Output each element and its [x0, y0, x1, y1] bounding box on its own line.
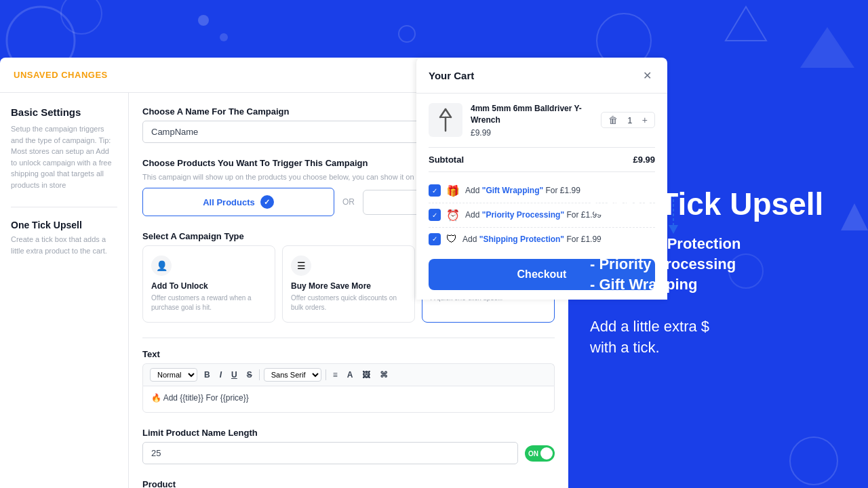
- strikethrough-button[interactable]: S: [244, 369, 255, 381]
- product-section: Product Choose the product you want tick…: [142, 479, 555, 488]
- campaign-card-buy-more[interactable]: ☰ Buy More Save More Offer customers qui…: [282, 245, 415, 323]
- shipping-protection-checkbox[interactable]: ✓: [429, 233, 441, 245]
- buy-more-icon: ☰: [291, 256, 311, 276]
- italic-button[interactable]: I: [217, 369, 224, 381]
- shipping-protection-emoji: 🛡: [446, 233, 457, 245]
- gift-wrapping-checkbox[interactable]: ✓: [429, 184, 441, 197]
- basic-settings-desc: Setup the campaign triggers and the type…: [11, 123, 117, 190]
- editor-content[interactable]: 🔥 Add {{title}} For {{price}}: [142, 386, 555, 413]
- cart-item-image: [429, 103, 462, 137]
- onetick-sidebar-title: One Tick Upsell: [11, 220, 117, 230]
- promo-features: - Shipping Protection - Priority Process…: [590, 235, 848, 296]
- limit-label: Limit Product Name Length: [142, 428, 555, 438]
- editor-placeholder: 🔥 Add {{title}} For {{price}}: [151, 393, 249, 403]
- campaign-card-add-to-unlock[interactable]: 👤 Add To Unlock Offer customers a reward…: [142, 245, 275, 323]
- promo-tagline: Add a little extra $with a tick.: [590, 317, 848, 359]
- wrench-icon: [433, 108, 458, 132]
- or-label-1: OR: [342, 197, 355, 207]
- align-button[interactable]: ≡: [330, 369, 340, 381]
- image-button[interactable]: 🖼: [359, 369, 373, 381]
- promo-feature-3: - Gift Wrapping: [590, 276, 848, 293]
- toolbar-divider-1: [259, 369, 260, 380]
- basic-settings-title: Basic Settings: [11, 106, 117, 118]
- font-select[interactable]: Sans Serif: [264, 368, 321, 382]
- toolbar-divider-2: [326, 369, 326, 380]
- more-button[interactable]: ⌘: [377, 369, 391, 381]
- buy-more-desc: Offer customers quick discounts on bulk …: [291, 293, 406, 312]
- priority-processing-checkbox[interactable]: ✓: [429, 209, 441, 221]
- bold-button[interactable]: B: [201, 369, 213, 381]
- svg-point-1: [61, 0, 102, 34]
- svg-marker-3: [726, 7, 766, 41]
- priority-processing-link: "Priority Processing": [482, 210, 564, 220]
- font-size-button[interactable]: A: [344, 369, 356, 381]
- add-to-unlock-title: Add To Unlock: [151, 281, 267, 291]
- svg-point-10: [220, 33, 228, 41]
- underline-button[interactable]: U: [229, 369, 240, 381]
- all-products-check: ✓: [260, 195, 274, 209]
- limit-section: Limit Product Name Length ON: [142, 428, 555, 464]
- product-label: Product: [142, 479, 555, 488]
- priority-processing-emoji: ⏰: [446, 209, 460, 222]
- svg-point-9: [198, 15, 209, 26]
- section-divider: [142, 338, 555, 338]
- all-products-button[interactable]: All Products ✓: [142, 188, 334, 216]
- toggle-on-label: ON: [528, 449, 538, 457]
- promo-feature-2: - Priority Processing: [590, 256, 848, 273]
- add-to-unlock-icon: 👤: [151, 256, 172, 276]
- promo-feature-1: - Shipping Protection: [590, 235, 848, 253]
- add-to-unlock-desc: Offer customers a reward when a purchase…: [151, 293, 267, 312]
- limit-input[interactable]: [142, 442, 518, 464]
- shipping-protection-link: "Shipping Protection": [479, 235, 564, 244]
- text-editor-section: Text Normal B I U S Sans Serif ≡ A: [142, 349, 555, 413]
- format-select[interactable]: Normal: [150, 368, 197, 382]
- onetick-sidebar-section: One Tick Upsell Create a tick box that a…: [11, 207, 117, 256]
- unsaved-changes-label: UNSAVED CHANGES: [14, 70, 443, 80]
- svg-line-13: [440, 109, 446, 117]
- cart-title: Your Cart: [429, 70, 474, 81]
- buy-more-title: Buy More Save More: [291, 281, 406, 291]
- subtotal-label: Subtotal: [429, 155, 464, 165]
- gift-wrapping-link: "Gift Wrapping": [482, 186, 543, 195]
- promo-title: One Tick Upsell: [590, 187, 848, 222]
- promo-panel: One Tick Upsell - Shipping Protection - …: [570, 58, 868, 488]
- onetick-sidebar-desc: Create a tick box that adds a little ext…: [11, 234, 117, 256]
- svg-line-14: [446, 109, 451, 117]
- limit-field-row: ON: [142, 442, 555, 464]
- svg-point-11: [399, 26, 415, 42]
- all-products-label: All Products: [203, 197, 255, 207]
- gift-wrapping-emoji: 🎁: [446, 184, 460, 197]
- text-editor-label: Text: [142, 349, 555, 359]
- editor-toolbar: Normal B I U S Sans Serif ≡ A 🖼 ⌘: [142, 363, 555, 386]
- left-sidebar: Basic Settings Setup the campaign trigge…: [0, 93, 129, 488]
- limit-toggle[interactable]: ON: [525, 445, 555, 462]
